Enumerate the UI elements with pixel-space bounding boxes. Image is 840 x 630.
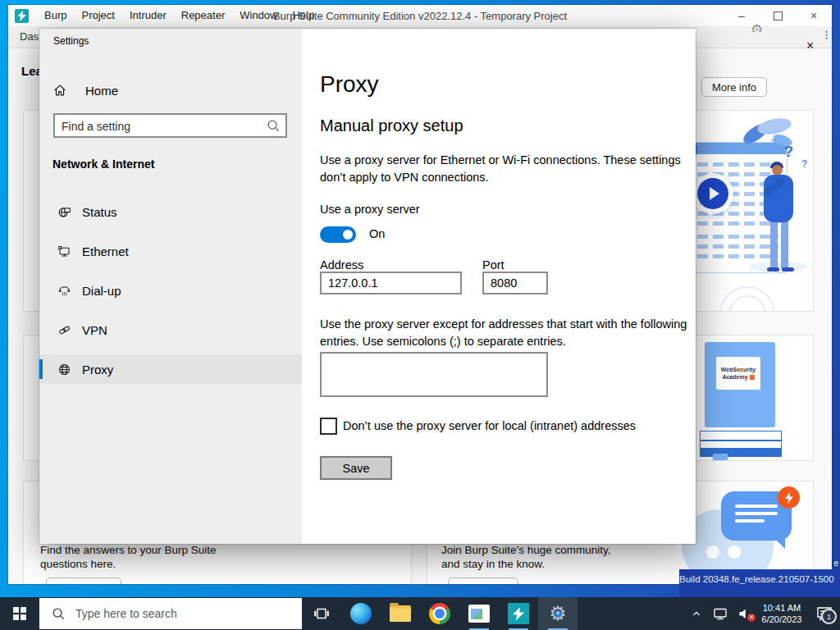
chrome-icon: [429, 603, 450, 624]
network-icon: [712, 605, 728, 622]
sidebar-item-ethernet[interactable]: Ethernet: [39, 236, 302, 266]
volume-tray-button[interactable]: ✕: [733, 597, 756, 630]
sidebar-item-label: Proxy: [82, 363, 113, 377]
local-addresses-checkbox[interactable]: [320, 418, 337, 435]
sidebar-item-status[interactable]: Status: [39, 197, 302, 226]
address-input[interactable]: [320, 272, 462, 294]
sidebar-item-label: Ethernet: [82, 244, 129, 258]
network-tray-button[interactable]: [709, 597, 732, 630]
page-title: Proxy: [320, 71, 379, 98]
follow-us-button[interactable]: Follow us: [448, 578, 518, 584]
find-answers-button[interactable]: Find answers: [46, 578, 121, 584]
port-input[interactable]: [482, 272, 548, 294]
app-window-button[interactable]: [459, 597, 499, 630]
person-illustration: [767, 267, 779, 272]
settings-search-box[interactable]: [53, 113, 287, 138]
notification-count-badge: 1: [821, 609, 837, 624]
save-button[interactable]: Save: [320, 456, 392, 480]
sidebar-item-label: Home: [85, 84, 118, 98]
sidebar-item-vpn[interactable]: VPN: [39, 315, 302, 345]
tray-expand-button[interactable]: [686, 597, 707, 630]
sidebar-item-proxy[interactable]: Proxy: [39, 354, 302, 384]
task-view-icon: [313, 605, 331, 623]
settings-window: Settings – × Home Network & Internet Sta…: [39, 29, 696, 544]
desktop: Burp Project Intruder Repeater Window He…: [0, 0, 840, 630]
edge-button[interactable]: [341, 597, 381, 630]
sidebar-item-dialup[interactable]: Dial-up: [39, 276, 302, 305]
bookmark-ribbon: [713, 454, 728, 461]
person-illustration: [770, 221, 778, 268]
burp-close-button[interactable]: ×: [796, 5, 832, 26]
toggle-label: Use a proxy server: [320, 203, 420, 216]
sidebar-item-label: VPN: [82, 323, 107, 337]
vpn-icon: [57, 323, 71, 337]
taskbar-clock[interactable]: 10:41 AM 6/20/2023: [756, 602, 807, 625]
dots-menu-icon[interactable]: ⋮: [822, 30, 831, 39]
help-card-text: Find the answers to your Burp Suite ques…: [40, 543, 237, 571]
burp-window-title: Burp Suite Community Edition v2022.12.4 …: [273, 10, 567, 22]
menu-intruder[interactable]: Intruder: [122, 5, 174, 26]
settings-taskbar-button[interactable]: ⚙: [538, 597, 578, 630]
academy-orange-mark: [750, 375, 755, 380]
home-icon: [52, 83, 67, 98]
ethernet-icon: [57, 244, 71, 258]
menu-project[interactable]: Project: [74, 5, 121, 26]
fingerprint-illustration: [719, 286, 775, 312]
windows-logo-icon: [13, 607, 26, 620]
mute-x-badge: ✕: [747, 614, 756, 622]
dialup-icon: [57, 284, 71, 298]
gear-icon: ⚙: [751, 23, 769, 32]
menu-burp[interactable]: Burp: [37, 5, 74, 26]
checkbox-label: Don’t use the proxy server for local (in…: [343, 419, 636, 432]
academy-logo-line1: WebSecurity: [721, 366, 756, 373]
clock-date: 6/20/2023: [756, 614, 807, 625]
address-label: Address: [320, 258, 363, 272]
burp-icon: [508, 603, 529, 624]
taskbar-search-box[interactable]: [39, 598, 302, 629]
start-button[interactable]: [0, 597, 39, 630]
maximize-icon: [774, 11, 783, 21]
chevron-up-icon: [691, 608, 702, 619]
build-watermark: Build 20348.fe_release.210507-1500: [679, 569, 840, 597]
file-explorer-button[interactable]: [381, 597, 420, 630]
proxy-description: Use a proxy server for Ethernet or Wi-Fi…: [320, 152, 685, 186]
banner-close-icon[interactable]: ×: [806, 39, 814, 52]
community-card-text: Join Burp Suite’s huge community, and st…: [441, 543, 630, 571]
lightning-badge-icon: [778, 486, 800, 509]
question-mark-icon: ?: [784, 144, 793, 161]
search-icon[interactable]: [266, 118, 281, 133]
chrome-button[interactable]: [420, 597, 459, 630]
folder-icon: [390, 605, 411, 622]
more-info-button[interactable]: More info: [701, 77, 767, 97]
exceptions-textarea[interactable]: [320, 352, 548, 397]
status-icon: [57, 205, 71, 219]
settings-window-title: Settings: [53, 35, 89, 47]
proxy-toggle[interactable]: [320, 226, 356, 243]
burp-app-icon: [15, 9, 29, 23]
question-mark-icon: ?: [771, 139, 776, 148]
settings-main-panel: Proxy Manual proxy setup Use a proxy ser…: [302, 29, 696, 544]
app-window-icon: [468, 605, 490, 623]
sidebar-item-label: Dial-up: [82, 284, 121, 298]
sidebar-section-heading: Network & Internet: [52, 158, 154, 171]
settings-search-input[interactable]: [60, 116, 258, 137]
academy-logo: WebSecurity Academy: [716, 357, 760, 390]
taskbar-search-input[interactable]: [74, 606, 274, 621]
toggle-state-label: On: [369, 227, 385, 240]
question-mark-icon: ?: [801, 158, 807, 170]
search-icon: [51, 606, 66, 621]
sidebar-item-home[interactable]: Home: [52, 76, 290, 104]
menu-repeater[interactable]: Repeater: [174, 5, 232, 26]
clock-time: 10:41 AM: [756, 602, 807, 614]
notification-center-button[interactable]: 1: [809, 597, 840, 630]
play-button-icon[interactable]: [692, 173, 733, 214]
burp-taskbar-button[interactable]: [499, 597, 538, 630]
task-view-button[interactable]: [302, 597, 341, 630]
exceptions-description: Use the proxy server except for addresse…: [320, 316, 689, 350]
edge-icon: [350, 603, 372, 624]
sidebar-item-label: Status: [82, 205, 117, 219]
settings-gear-icon: ⚙: [546, 602, 569, 625]
volume-muted-icon: ✕: [737, 605, 753, 622]
book-illustration: [700, 431, 782, 441]
book-illustration: [700, 441, 782, 449]
